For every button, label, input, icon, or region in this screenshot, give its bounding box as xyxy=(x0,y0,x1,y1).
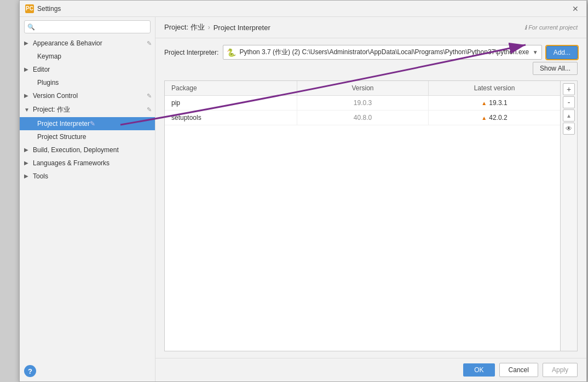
show-all-button[interactable]: Show All... xyxy=(533,62,578,75)
expand-arrow-icon: ▶ xyxy=(24,147,31,153)
python-icon: 🐍 xyxy=(227,48,236,57)
settings-dialog: PC Settings ✕ 🔍 ▶ Appearance & Behavior … xyxy=(19,0,587,382)
sidebar-item-label: Build, Execution, Deployment xyxy=(33,146,119,154)
interpreter-value: Python 3.7 (作业) (2) C:\Users\Administrat… xyxy=(239,48,530,57)
col-header-latest: Latest version xyxy=(429,81,560,95)
sidebar-item-languages[interactable]: ▶ Languages & Frameworks xyxy=(20,157,155,170)
cancel-button[interactable]: Cancel xyxy=(499,363,538,377)
add-package-button[interactable]: + xyxy=(563,83,575,95)
cell-latest: ▲ 42.0.2 xyxy=(429,111,560,125)
sidebar-item-label: Plugins xyxy=(37,79,59,86)
table-row[interactable]: pip 19.0.3 ▲ 19.3.1 xyxy=(165,96,560,111)
help-button[interactable]: ? xyxy=(24,365,36,377)
expand-arrow-icon: ▶ xyxy=(24,173,31,180)
apply-button[interactable]: Apply xyxy=(543,363,578,377)
cell-version: 40.8.0 xyxy=(297,111,429,125)
sidebar-item-label: Editor xyxy=(33,66,50,73)
breadcrumb-parent: Project: 作业 xyxy=(164,22,205,32)
search-icon: 🔍 xyxy=(27,24,35,31)
sidebar-item-label: Appearance & Behavior xyxy=(33,39,102,47)
col-header-version: Version xyxy=(297,81,429,95)
bottom-bar: OK Cancel Apply xyxy=(155,358,586,381)
sidebar-item-keymap[interactable]: ▶ Keymap xyxy=(20,50,155,63)
interpreter-label: Project Interpreter: xyxy=(164,49,218,56)
main-layout: 🔍 ▶ Appearance & Behavior ✎ ▶ Keymap ▶ xyxy=(20,17,586,381)
window-title: Settings xyxy=(37,5,61,13)
update-arrow-icon: ▲ xyxy=(481,100,487,106)
edit-icon: ✎ xyxy=(147,92,152,100)
table-header: Package Version Latest version xyxy=(165,81,560,96)
breadcrumb: Project: 作业 › Project Interpreter ℹ For … xyxy=(155,17,586,38)
sidebar-item-tools[interactable]: ▶ Tools xyxy=(20,170,155,183)
edit-icon: ✎ xyxy=(147,40,152,47)
dropdown-arrow-icon: ▼ xyxy=(533,49,538,55)
sidebar-item-label: Project: 作业 xyxy=(33,105,70,114)
edit-icon: ✎ xyxy=(90,120,95,128)
sidebar-item-project-interpreter[interactable]: Project Interpreter ✎ xyxy=(20,117,155,130)
sidebar: 🔍 ▶ Appearance & Behavior ✎ ▶ Keymap ▶ xyxy=(20,17,155,381)
show-all-row: Show All... xyxy=(164,62,578,75)
update-arrow-icon: ▲ xyxy=(481,115,487,121)
sidebar-item-label: Version Control xyxy=(33,92,78,100)
cell-version: 19.0.3 xyxy=(297,96,429,110)
sidebar-item-build[interactable]: ▶ Build, Execution, Deployment xyxy=(20,143,155,157)
scroll-up-button[interactable]: ▲ xyxy=(563,109,575,121)
interpreter-select[interactable]: 🐍 Python 3.7 (作业) (2) C:\Users\Administr… xyxy=(223,45,541,60)
breadcrumb-current: Project Interpreter xyxy=(214,24,270,32)
table-body: pip 19.0.3 ▲ 19.3.1 setuptools 40.8.0 xyxy=(165,96,560,351)
eye-button[interactable]: 👁 xyxy=(563,123,575,135)
col-header-package: Package xyxy=(165,81,297,95)
sidebar-item-project[interactable]: ▼ Project: 作业 ✎ xyxy=(20,102,155,117)
breadcrumb-separator: › xyxy=(208,24,210,31)
app-icon: PC xyxy=(25,4,34,13)
search-box: 🔍 xyxy=(24,20,151,33)
search-input[interactable] xyxy=(24,20,151,33)
close-button[interactable]: ✕ xyxy=(570,3,581,14)
breadcrumb-hint: ℹ For current project xyxy=(524,24,578,31)
sidebar-nav: ▶ Appearance & Behavior ✎ ▶ Keymap ▶ Edi… xyxy=(20,37,155,381)
add-interpreter-button[interactable]: Add... xyxy=(546,46,578,59)
package-table: Package Version Latest version pip 19.0.… xyxy=(165,81,560,351)
sidebar-item-label: Tools xyxy=(33,172,48,180)
package-table-container: Package Version Latest version pip 19.0.… xyxy=(164,80,578,351)
edit-icon: ✎ xyxy=(147,106,152,113)
title-bar: PC Settings ✕ xyxy=(20,1,586,17)
expand-arrow-icon: ▶ xyxy=(24,160,31,166)
sidebar-item-editor[interactable]: ▶ Editor xyxy=(20,63,155,76)
title-bar-left: PC Settings xyxy=(25,4,61,13)
sidebar-item-appearance[interactable]: ▶ Appearance & Behavior ✎ xyxy=(20,37,155,50)
ok-button[interactable]: OK xyxy=(463,363,494,377)
sidebar-item-label: Project Interpreter xyxy=(37,120,90,128)
sidebar-item-project-structure[interactable]: Project Structure xyxy=(20,130,155,143)
sidebar-item-label: Keymap xyxy=(37,53,61,60)
cell-package: setuptools xyxy=(165,111,297,125)
content-body: Project Interpreter: 🐍 Python 3.7 (作业) (… xyxy=(155,38,586,358)
cell-latest: ▲ 19.3.1 xyxy=(429,96,560,110)
expand-arrow-icon: ▼ xyxy=(24,107,31,113)
remove-package-button[interactable]: - xyxy=(563,96,575,108)
sidebar-item-plugins[interactable]: ▶ Plugins xyxy=(20,76,155,89)
table-action-buttons: + - ▲ 👁 xyxy=(560,81,577,351)
expand-arrow-icon: ▶ xyxy=(24,40,31,47)
sidebar-item-label: Project Structure xyxy=(37,133,86,141)
table-row[interactable]: setuptools 40.8.0 ▲ 42.0.2 xyxy=(165,111,560,125)
expand-arrow-icon: ▶ xyxy=(24,66,31,73)
content-panel: Project: 作业 › Project Interpreter ℹ For … xyxy=(155,17,586,381)
interpreter-row: Project Interpreter: 🐍 Python 3.7 (作业) (… xyxy=(164,45,578,60)
sidebar-item-version-control[interactable]: ▶ Version Control ✎ xyxy=(20,89,155,102)
sidebar-item-label: Languages & Frameworks xyxy=(33,159,109,167)
cell-package: pip xyxy=(165,96,297,110)
expand-arrow-icon: ▶ xyxy=(24,92,31,99)
